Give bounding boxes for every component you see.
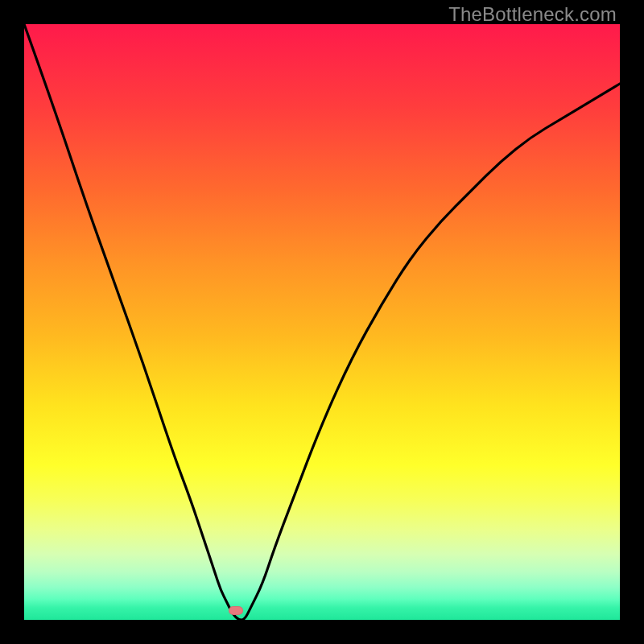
watermark-text: TheBottleneck.com bbox=[448, 3, 617, 26]
plot-area bbox=[24, 24, 620, 620]
chart-frame: TheBottleneck.com bbox=[0, 0, 644, 644]
bottleneck-curve bbox=[24, 24, 620, 620]
optimum-marker bbox=[229, 606, 243, 615]
